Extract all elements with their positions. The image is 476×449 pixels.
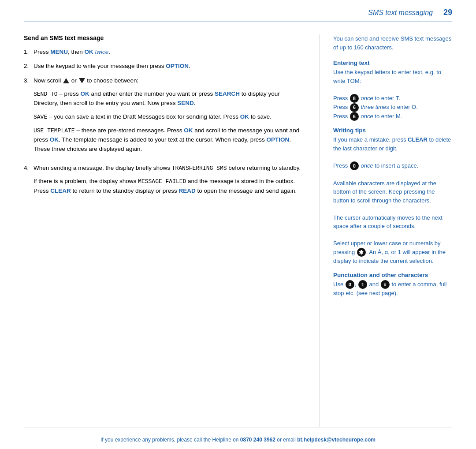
step-2-content: Use the keypad to write your message the… bbox=[33, 62, 306, 71]
once-space: once bbox=[361, 162, 373, 169]
content-area: Send an SMS text message 1. Press MENU, … bbox=[0, 22, 476, 427]
entering-text-section: Entering text Use the keypad letters to … bbox=[333, 60, 452, 121]
option-keyword-1: OPTION bbox=[166, 63, 189, 69]
key-6b: 6 bbox=[350, 112, 359, 121]
save-mono: SAVE bbox=[33, 114, 47, 120]
sub-block-use-template: USE TEMPLATE – these are pre-stored mess… bbox=[33, 126, 306, 154]
ok-keyword-1: OK bbox=[85, 49, 93, 55]
punctuation-section: Punctuation and other characters Use 0, … bbox=[333, 272, 452, 298]
writing-tips-section: Writing tips If you make a mistake, pres… bbox=[333, 127, 452, 266]
right-intro: You can send and receive SMS text messag… bbox=[333, 34, 452, 52]
step-3-num: 3. bbox=[24, 76, 33, 158]
clear-bold: CLEAR bbox=[408, 136, 428, 143]
menu-keyword: MENU bbox=[50, 49, 68, 55]
footer-phone: 0870 240 3962 bbox=[240, 437, 275, 443]
tip-cursor: The cursor automatically moves to the ne… bbox=[333, 214, 443, 230]
header-page-number: 29 bbox=[443, 8, 452, 17]
footer-divider bbox=[24, 427, 452, 427]
press-8-once: once bbox=[361, 95, 373, 101]
message-failed-mono: MESSAGE FAILED bbox=[138, 178, 186, 185]
sub-block-save: SAVE – you can save a text in the Draft … bbox=[33, 112, 306, 122]
writing-tips-title: Writing tips bbox=[333, 127, 452, 134]
tip-clear: If you make a mistake, press CLEAR to de… bbox=[333, 136, 451, 152]
footer-email: bt.helpdesk@vtecheurope.com bbox=[297, 437, 376, 443]
footer: If you experience any problems, please c… bbox=[0, 437, 476, 443]
key-1-punct: 1 bbox=[358, 280, 367, 289]
arrow-down-icon bbox=[79, 78, 85, 83]
step-3-content: Now scroll or to choose between: SEND TO… bbox=[33, 76, 306, 158]
punctuation-body: Use 0, 1 and # to enter a comma, full st… bbox=[333, 280, 452, 298]
search-keyword: SEARCH bbox=[215, 90, 240, 97]
sub-block-send-to: SEND TO – press OK and either enter the … bbox=[33, 90, 306, 108]
arrow-up-icon bbox=[63, 78, 69, 83]
send-keyword: SEND bbox=[177, 100, 194, 106]
step-4-num: 4. bbox=[24, 164, 33, 200]
press-6-once-line: Press 6 once to enter M. bbox=[333, 113, 402, 120]
writing-tips-body: If you make a mistake, press CLEAR to de… bbox=[333, 135, 452, 266]
page: SMS text messaging 29 Send an SMS text m… bbox=[0, 0, 476, 449]
ok-send-to: OK bbox=[80, 90, 89, 97]
press-6-three-line: Press 6 three times to enter O. bbox=[333, 104, 418, 110]
entering-text-body: Use the keypad letters to enter text, e.… bbox=[333, 68, 452, 121]
read-keyword: READ bbox=[178, 187, 195, 194]
transferring-sms-mono: TRANSFERRING SMS bbox=[172, 165, 227, 172]
entering-text-desc: Use the keypad letters to enter text, e.… bbox=[333, 69, 441, 84]
step-3: 3. Now scroll or to choose between: SEND… bbox=[24, 76, 306, 158]
key-0-space: 0 bbox=[350, 161, 359, 170]
step-4: 4. When sending a message, the display b… bbox=[24, 164, 306, 200]
step-4-extra: If there is a problem, the display shows… bbox=[33, 177, 306, 195]
steps-list: 1. Press MENU, then OK twice. 2. Use the… bbox=[24, 48, 306, 200]
key-8: 8 bbox=[350, 94, 359, 103]
header-title: SMS text messaging bbox=[368, 9, 433, 17]
ok-template-1: OK bbox=[184, 127, 193, 134]
press-6-once: once bbox=[361, 113, 373, 120]
right-column: You can send and receive SMS text messag… bbox=[320, 34, 452, 427]
tip-case: Select upper or lower case or numerals b… bbox=[333, 240, 446, 264]
step-1: 1. Press MENU, then OK twice. bbox=[24, 48, 306, 56]
key-hash-punct: # bbox=[381, 280, 390, 289]
key-0-punct: 0 bbox=[346, 280, 354, 289]
option-keyword-2: OPTION bbox=[267, 136, 290, 143]
use-template-mono: USE TEMPLATE bbox=[33, 127, 75, 134]
press-6-three-times: three times bbox=[361, 104, 389, 110]
step-2-num: 2. bbox=[24, 62, 33, 71]
ok-template-2: OK bbox=[50, 136, 59, 143]
step-1-num: 1. bbox=[24, 48, 33, 56]
step-4-content: When sending a message, the display brie… bbox=[33, 164, 306, 200]
left-column: Send an SMS text message 1. Press MENU, … bbox=[24, 34, 320, 427]
send-to-mono: SEND TO bbox=[33, 91, 58, 97]
ok-save: OK bbox=[240, 113, 249, 120]
entering-text-title: Entering text bbox=[333, 60, 452, 66]
key-star: ✱ bbox=[357, 248, 366, 257]
key-6a: 6 bbox=[350, 103, 359, 112]
tip-available: Available characters are displayed at th… bbox=[333, 180, 436, 204]
step-2: 2. Use the keypad to write your message … bbox=[24, 62, 306, 71]
twice-keyword: twice bbox=[95, 49, 109, 55]
header: SMS text messaging 29 bbox=[0, 0, 476, 22]
press-8-line: Press 8 once to enter T. bbox=[333, 95, 400, 101]
step-1-content: Press MENU, then OK twice. bbox=[33, 48, 306, 56]
tip-space: Press 0 once to insert a space. bbox=[333, 162, 418, 169]
punctuation-title: Punctuation and other characters bbox=[333, 272, 452, 278]
footer-text: If you experience any problems, please c… bbox=[100, 437, 376, 443]
section-heading: Send an SMS text message bbox=[24, 34, 306, 41]
clear-keyword: CLEAR bbox=[50, 187, 71, 194]
